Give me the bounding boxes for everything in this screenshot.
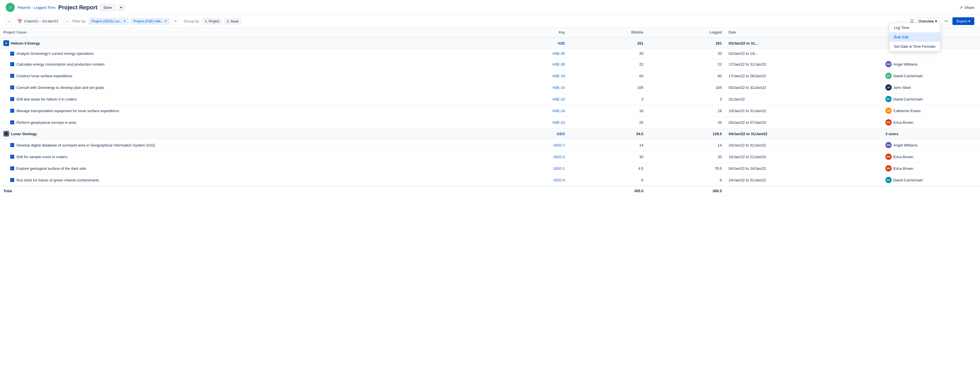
dropdown-log-time[interactable]: Log Time	[889, 23, 940, 32]
issue-user-cell: EB Erica Brown	[882, 163, 980, 174]
export-chevron-icon: ▾	[968, 19, 970, 23]
issue-billable: 14	[568, 140, 647, 151]
checkbox-icon[interactable]	[10, 109, 14, 113]
group-tag-1[interactable]: 1. Project	[202, 18, 222, 24]
issue-user-cell: DC David Carmichael	[882, 94, 980, 105]
issue-key-link[interactable]: H3E-30	[552, 62, 565, 67]
issue-key-cell: H3E-23	[490, 117, 568, 128]
issue-key-link[interactable]: H3E-16	[552, 109, 565, 113]
project-name-cell: ⚡ Helium-3 Energy	[0, 38, 490, 49]
avatar: AW	[885, 61, 892, 67]
checkbox-icon[interactable]	[10, 86, 14, 89]
filter-tag-2-remove[interactable]: ✕	[164, 19, 167, 23]
issue-billable: 20	[568, 49, 647, 59]
checkbox-icon[interactable]	[10, 143, 14, 147]
issue-date: 10/Jan/22 to 31/Jan/22	[725, 105, 882, 117]
filter-tag-2-label: Project (H3E) Heli...	[133, 19, 163, 23]
checkbox-icon[interactable]	[10, 178, 14, 182]
issue-key-cell: H3E-30	[490, 59, 568, 70]
issue-name-cell: Consult with Greenergy to develop plan a…	[0, 82, 490, 94]
issue-name: Conduct lunar surface expeditions	[16, 74, 72, 78]
issue-user-name: Erica Brown	[893, 121, 913, 125]
project-key-cell: H3E	[490, 38, 568, 49]
col-header-key: Key	[490, 27, 568, 38]
filter-tag-1-label: Project (GEO) Lun...	[91, 19, 123, 23]
issue-date: 03/Jan/22 to 31/Jan/22	[725, 82, 882, 94]
issue-name: Drill for sample cores in craters	[16, 155, 67, 159]
issue-date: 24/Jan/22 to 31/Jan/22	[725, 174, 882, 186]
col-header-date: Date	[725, 27, 882, 38]
issue-key-link[interactable]: GEO-4	[554, 178, 565, 182]
filter-tag-2[interactable]: Project (H3E) Heli... ✕	[130, 18, 170, 24]
issue-billable: 3	[568, 94, 647, 105]
project-date: 03/Jan/22 to 31...	[725, 38, 882, 49]
breadcrumb-reports-link[interactable]: Reports	[18, 5, 31, 10]
issue-name: Run tests for traces of green cheese con…	[16, 178, 99, 182]
avatar: EB	[885, 154, 892, 160]
issue-logged: 3	[647, 94, 725, 105]
group-tag-2[interactable]: 2. Issue	[224, 18, 241, 24]
app-logo: ✓	[6, 3, 15, 12]
issue-key-link[interactable]: H3E-15	[552, 86, 565, 90]
sort-icon: ↑	[28, 31, 30, 34]
issue-key-link[interactable]: H3E-26	[552, 51, 565, 56]
checkbox-icon[interactable]	[10, 121, 14, 124]
more-options-button[interactable]: •••	[942, 17, 951, 25]
issue-user-cell: EB Erica Brown	[882, 117, 980, 128]
dropdown-date-time-formats[interactable]: Set Date & Time Formats	[889, 42, 940, 51]
export-label: Export	[956, 19, 967, 23]
issue-user-cell: AW Angel Williams	[882, 140, 980, 151]
issue-billable: 105	[568, 82, 647, 94]
issue-key-link[interactable]: GEO-3	[554, 155, 565, 159]
issue-logged: 14	[647, 140, 725, 151]
table-row: Manage transportation equipment for luna…	[0, 105, 980, 117]
issue-name: Develop digital database of surveyed are…	[16, 143, 155, 148]
save-button[interactable]: Save	[100, 4, 116, 11]
share-button[interactable]: ⇗ Share	[959, 5, 974, 10]
table-row: Develop digital database of surveyed are…	[0, 140, 980, 151]
checkbox-icon[interactable]	[10, 155, 14, 159]
issue-name-cell: Drill test areas for helium-3 in craters	[0, 94, 490, 105]
issue-key-cell: H3E-16	[490, 105, 568, 117]
project-user-cell: 3 users	[882, 128, 980, 140]
issue-logged: 25	[647, 117, 725, 128]
checkbox-icon[interactable]	[10, 74, 14, 78]
checkbox-icon[interactable]	[10, 62, 14, 66]
issue-user-name: Erica Brown	[893, 167, 913, 171]
share-icon: ⇗	[959, 5, 963, 10]
project-billable: 251	[568, 38, 647, 49]
project-key-link[interactable]: H3E	[558, 41, 565, 45]
issue-key-cell: H3E-19	[490, 70, 568, 82]
dropdown-bulk-edit[interactable]: Bulk Edit	[889, 32, 940, 42]
project-name-cell: 🌑 Lunar Geology	[0, 128, 490, 140]
issue-date: 24/Jan/22 to 31/Jan/22	[725, 140, 882, 151]
col-header-logged: Logged	[647, 27, 725, 38]
checkbox-icon[interactable]	[10, 52, 14, 56]
issue-key-link[interactable]: GEO-1	[554, 167, 565, 171]
filter-tag-1[interactable]: Project (GEO) Lun... ✕	[89, 18, 129, 24]
issue-user-name: David Carmichael	[893, 97, 923, 102]
prev-nav-button[interactable]: ‹	[6, 18, 12, 25]
total-billable: 305.5	[568, 186, 647, 196]
issue-key-link[interactable]: H3E-23	[552, 121, 565, 125]
project-logged: 251	[647, 38, 725, 49]
project-row: 🌑 Lunar Geology GEO 54.5 129.5 04/Jan/22…	[0, 128, 980, 140]
top-header: ✓ Reports › Logged Time Project Report S…	[0, 0, 980, 15]
export-button[interactable]: Export ▾	[953, 17, 974, 25]
save-dropdown-button[interactable]: ▾	[118, 4, 125, 11]
table-row: Drill test areas for helium-3 in craters…	[0, 94, 980, 105]
filter-icon-button[interactable]: ≡	[172, 17, 179, 25]
issue-key-link[interactable]: GEO-7	[554, 143, 565, 148]
breadcrumb: Reports › Logged Time	[18, 5, 56, 10]
issue-key-link[interactable]: H3E-19	[552, 74, 565, 78]
issue-logged: 60	[647, 70, 725, 82]
project-key-link[interactable]: GEO	[557, 132, 565, 136]
issue-key-link[interactable]: H3E-22	[552, 97, 565, 102]
issue-billable: 30	[568, 151, 647, 163]
table-row: Conduct lunar surface expeditions H3E-19…	[0, 70, 980, 82]
checkbox-icon[interactable]	[10, 167, 14, 170]
filter-tag-1-remove[interactable]: ✕	[123, 19, 126, 23]
next-nav-button[interactable]: ›	[64, 18, 70, 25]
date-range-picker[interactable]: 📅 1/Jan/22 – 31/Jan/22	[14, 17, 61, 25]
checkbox-icon[interactable]	[10, 97, 14, 101]
